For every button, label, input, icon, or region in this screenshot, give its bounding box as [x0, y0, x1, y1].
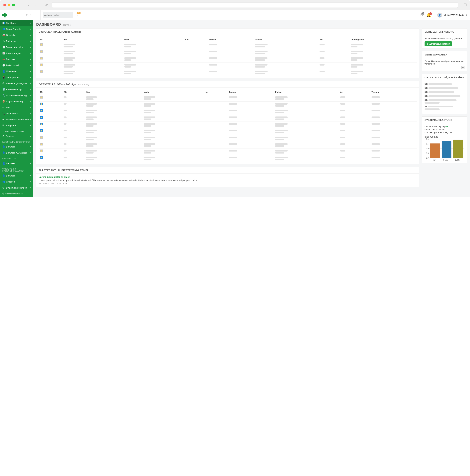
table-row[interactable]: 📁	[39, 42, 417, 49]
table-row[interactable]: 📁	[39, 149, 417, 155]
chevron-right-icon: ›	[30, 64, 31, 67]
note-row[interactable]: ST:	[425, 95, 465, 97]
reload-icon[interactable]: ⟳	[45, 3, 48, 7]
table-row[interactable]: 📁	[39, 135, 417, 142]
table-row[interactable]: 📁	[39, 108, 417, 115]
panel-aufgaben-title: MEINE AUFGABEN	[422, 51, 467, 58]
sidebar-item-dispo-zentrale[interactable]: 👥Dispo-Zentrale›	[0, 26, 33, 32]
table-row[interactable]: 📁	[39, 56, 417, 63]
search-input[interactable]	[43, 12, 73, 18]
table-row[interactable]: 📁	[39, 49, 417, 56]
sidebar-item-label: Arbeitskleidung	[6, 88, 30, 91]
user-name: Mustermann Max	[444, 14, 464, 17]
minimize-window-icon[interactable]	[8, 4, 10, 6]
sidebar-item-label: Benutzer	[6, 174, 30, 177]
start-zeiterfassung-button[interactable]: ⊕Zeiterfassung starten	[425, 41, 452, 46]
table-row[interactable]: 📁	[39, 128, 417, 135]
table-row[interactable]: 📁	[39, 155, 417, 162]
sidebar-item-bekleidungsausgabe[interactable]: ⚙Bekleidungsausgabe›	[0, 80, 33, 86]
sidebar-item-telefonbuch[interactable]: 📞Telefonbuch›	[0, 110, 33, 117]
menu-toggle-icon[interactable]: ☰	[33, 10, 41, 20]
sidebar-item-benutzer[interactable]: 👤Benutzer›	[0, 173, 33, 179]
url-bar[interactable]	[52, 2, 458, 8]
calendar-icon[interactable]: 🗓ZE	[75, 13, 79, 17]
interval-30[interactable]: 30	[441, 125, 444, 128]
note-row[interactable]: ST:	[425, 87, 465, 89]
wiki-article-title[interactable]: Lorem ipsum dolor sit amet	[39, 176, 417, 178]
chevron-right-icon: ›	[30, 118, 31, 121]
folder-icon[interactable]: 📁	[40, 129, 43, 132]
col-header: Termin	[208, 37, 254, 42]
table-row[interactable]: 📁	[39, 102, 417, 108]
sidebar-item-fuhrpark[interactable]: 🚗Fuhrpark›	[0, 56, 33, 62]
add-aufgabe-button[interactable]: +	[461, 66, 465, 69]
note-row[interactable]: ST:	[425, 91, 465, 93]
table-row[interactable]: 📁	[39, 69, 417, 76]
folder-icon[interactable]: 📁	[40, 136, 43, 139]
sidebar-item-patienten[interactable]: 🗂Patienten›	[0, 38, 33, 44]
table-row[interactable]: 📁	[39, 122, 417, 128]
folder-icon[interactable]: 📁	[40, 123, 43, 125]
table-row[interactable]: 📁	[39, 142, 417, 149]
panel-aufgaben: MEINE AUFGABEN Es sind keine zu erledige…	[422, 51, 467, 71]
folder-icon[interactable]: 📁	[40, 116, 43, 119]
table-row[interactable]: 📁	[39, 115, 417, 122]
sidebar-item-aufgaben[interactable]: ☰Aufgaben›	[0, 122, 33, 129]
interval-5[interactable]: 5	[438, 125, 440, 128]
y-tick-label: 1.5	[425, 143, 429, 145]
sidebar-item-benutzer-kz-statistik[interactable]: 👤Benutzer KZ-Statistik›	[0, 150, 33, 156]
tabs-icon[interactable]: ❐	[464, 3, 467, 7]
sidebar-item-lagerverwaltung[interactable]: 📦Lagerverwaltung›	[0, 98, 33, 104]
user-menu[interactable]: 👤 Mustermann Max ▾	[434, 10, 470, 20]
maximize-window-icon[interactable]	[12, 4, 15, 6]
folder-icon[interactable]: 📁	[40, 109, 43, 112]
sidebar-item-wiki[interactable]: WWiki›	[0, 104, 33, 110]
sidebar-item-ortsstelle[interactable]: 🚑Ortsstelle›	[0, 32, 33, 38]
caret-down-icon: ▾	[466, 13, 467, 17]
interval-60[interactable]: 60	[446, 125, 448, 128]
table-row[interactable]: 📁	[39, 63, 417, 69]
note-row[interactable]: ST:	[425, 99, 465, 103]
sidebar-item-smartphones[interactable]: 📱Smartphones›	[0, 74, 33, 80]
sidebar-icon: 👤	[2, 151, 6, 154]
back-icon[interactable]: ←	[27, 2, 32, 8]
sidebar-item-gruppen[interactable]: 👥Gruppen›	[0, 179, 33, 185]
chevron-right-icon: ›	[30, 58, 31, 61]
sidebar-item-transportscheine[interactable]: 📄Transportscheine›	[0, 44, 33, 50]
sidebar-item-benutzer[interactable]: 👤Benutzer›	[0, 160, 33, 166]
sidebar-item-systemeinstellungen[interactable]: ⚙Systemeinstellungen›	[0, 185, 33, 191]
folder-icon[interactable]: 📁	[40, 57, 43, 60]
folder-icon[interactable]: 📁	[40, 143, 43, 145]
sidebar-item-arbeitskleidung[interactable]: 👕Arbeitskleidung›	[0, 86, 33, 92]
page-heading: DASHBOARD	[36, 22, 61, 27]
table-row[interactable]: 📁	[39, 95, 417, 102]
chevron-right-icon: ›	[30, 88, 31, 91]
sidebar-item-mitarbeiter[interactable]: 👤Mitarbeiter›	[0, 68, 33, 74]
folder-icon[interactable]: 📁	[40, 64, 43, 66]
sidebar-item-mitarbeiter-information[interactable]: ✉Mitarbeiter-Information›	[0, 117, 33, 122]
sidebar-item-schl-sselverwaltung[interactable]: 🔧Schlüsselverwaltung›	[0, 92, 33, 98]
note-text	[428, 83, 452, 85]
folder-icon[interactable]: 📁	[40, 156, 43, 159]
sidebar-item-system[interactable]: ⚙System›	[0, 133, 33, 139]
sidebar-footer-link[interactable]: ⓘLizenzinformationen	[0, 191, 33, 197]
sidebar-item-label: Fuhrpark	[6, 58, 30, 61]
folder-icon[interactable]: 📁	[40, 150, 43, 152]
sidebar-item-zeitwirtschaft[interactable]: 🕒Zeitwirtschaft›	[0, 62, 33, 68]
close-window-icon[interactable]	[3, 4, 6, 6]
folder-icon[interactable]: 📁	[40, 70, 43, 73]
sidebar-item-benutzer[interactable]: 👤Benutzer›	[0, 144, 33, 150]
bell-icon[interactable]: 🔔2	[426, 13, 431, 17]
note-row[interactable]: ST:	[425, 83, 465, 85]
clock-icon[interactable]: ⏱×	[420, 13, 423, 17]
folder-icon[interactable]: 📁	[40, 96, 43, 99]
chevron-right-icon: ›	[30, 174, 31, 177]
folder-icon[interactable]: 📁	[40, 102, 43, 105]
folder-icon[interactable]: 📁	[40, 50, 43, 53]
sidebar-item-dashboard[interactable]: 📊Dashboard›	[0, 20, 33, 26]
sidebar-item-auswertungen[interactable]: 📈Auswertungen›	[0, 50, 33, 56]
folder-icon[interactable]: 📁	[40, 43, 43, 46]
note-row[interactable]: ST:	[425, 105, 465, 110]
sidebar-icon: 🗂	[2, 40, 6, 42]
forward-icon[interactable]: →	[33, 2, 37, 8]
